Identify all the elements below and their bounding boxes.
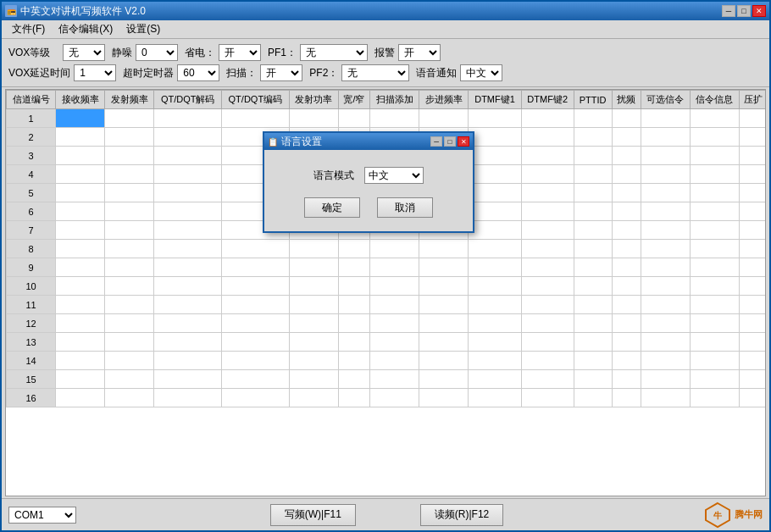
modal-language-label: 语言模式 <box>313 169 354 183</box>
data-cell <box>521 165 574 184</box>
data-cell <box>739 352 766 370</box>
data-cell <box>370 240 419 258</box>
modal-minimize-button[interactable]: ─ <box>430 136 442 147</box>
data-cell <box>739 147 766 165</box>
modal-cancel-button[interactable]: 取消 <box>377 197 433 218</box>
write-freq-button[interactable]: 写频(W)|F11 <box>270 504 356 526</box>
data-cell <box>105 277 154 296</box>
voice-notify-label: 语音通知 <box>416 66 457 80</box>
modal-language-select[interactable]: 中文 English <box>364 167 424 184</box>
data-cell <box>222 277 290 296</box>
data-cell <box>289 352 338 370</box>
col-header-dtmf1: DTMF键1 <box>469 91 521 109</box>
data-cell <box>56 333 105 352</box>
alarm-select[interactable]: 开关 <box>398 44 441 61</box>
modal-maximize-button[interactable]: □ <box>444 136 456 147</box>
data-cell <box>739 296 766 314</box>
channel-number-cell: 10 <box>7 277 56 296</box>
data-cell <box>612 128 641 147</box>
data-cell <box>469 352 521 370</box>
table-row[interactable]: 9 <box>7 258 767 277</box>
alarm-group: 报警 开关 <box>374 44 441 61</box>
table-row[interactable]: 10 <box>7 277 767 296</box>
table-row[interactable]: 12 <box>7 314 767 333</box>
pf2-group: PF2： 无监听扫描 <box>309 64 409 81</box>
col-header-tx-power: 发射功率 <box>289 91 338 109</box>
data-cell <box>338 258 369 277</box>
vox-delay-label: VOX延迟时间 <box>8 66 70 80</box>
table-row[interactable]: 15 <box>7 370 767 389</box>
table-row[interactable]: 8 <box>7 240 767 258</box>
modal-close-button[interactable]: ✕ <box>458 136 469 147</box>
maximize-button[interactable]: □ <box>737 5 751 17</box>
modal-ok-button[interactable]: 确定 <box>304 197 360 218</box>
channel-number-cell: 14 <box>7 352 56 370</box>
data-cell <box>154 128 222 147</box>
data-cell <box>154 370 222 389</box>
data-cell <box>612 258 641 277</box>
pf2-select[interactable]: 无监听扫描 <box>341 64 409 81</box>
squelch-select[interactable]: 012 <box>136 44 178 61</box>
window-title: 中英文对讲机写频软件 V2.0 <box>20 4 146 19</box>
data-cell <box>612 389 641 407</box>
logo-icon: 牛 <box>704 502 731 529</box>
data-cell <box>419 109 469 128</box>
data-cell <box>469 370 521 389</box>
data-cell <box>56 128 105 147</box>
bottom-bar: COM1COM2COM3 写频(W)|F11 读频(R)|F12 牛 腾牛网 <box>2 498 769 530</box>
data-cell <box>690 184 739 202</box>
data-cell <box>154 202 222 221</box>
modal-controls: ─ □ ✕ <box>430 136 469 147</box>
channel-number-cell: 9 <box>7 258 56 277</box>
data-cell <box>419 314 469 333</box>
data-cell <box>338 389 369 407</box>
close-button[interactable]: ✕ <box>752 5 766 17</box>
data-cell <box>222 370 290 389</box>
data-cell <box>222 333 290 352</box>
vox-select[interactable]: 无123 <box>63 44 105 61</box>
table-row[interactable]: 11 <box>7 296 767 314</box>
power-save-select[interactable]: 开关 <box>219 44 261 61</box>
data-cell <box>222 109 290 128</box>
data-cell <box>338 352 369 370</box>
vox-delay-select[interactable]: 123 <box>74 64 116 81</box>
svg-text:牛: 牛 <box>713 511 723 520</box>
pf2-label: PF2： <box>309 66 338 80</box>
data-cell <box>739 165 766 184</box>
channel-number-cell: 2 <box>7 128 56 147</box>
minimize-button[interactable]: ─ <box>722 5 735 17</box>
menu-signal[interactable]: 信令编辑(X) <box>52 21 119 38</box>
data-cell <box>105 184 154 202</box>
data-cell <box>521 333 574 352</box>
timeout-label: 超时定时器 <box>123 66 174 80</box>
read-freq-button[interactable]: 读频(R)|F12 <box>420 504 503 526</box>
data-cell <box>105 109 154 128</box>
table-row[interactable]: 16 <box>7 389 767 407</box>
com-port-select[interactable]: COM1COM2COM3 <box>8 507 76 524</box>
pf1-select[interactable]: 无监听扫描 <box>300 44 368 61</box>
voice-notify-select[interactable]: 中文英文关 <box>460 64 502 81</box>
data-cell <box>641 184 690 202</box>
data-cell <box>289 314 338 333</box>
title-bar-text: 📻 中英文对讲机写频软件 V2.0 <box>5 4 146 19</box>
channel-number-cell: 1 <box>7 109 56 128</box>
vox-label: VOX等级 <box>8 46 59 60</box>
data-cell <box>739 370 766 389</box>
data-cell <box>154 296 222 314</box>
data-cell <box>641 147 690 165</box>
timeout-select[interactable]: 306090 <box>177 64 219 81</box>
menu-file[interactable]: 文件(F) <box>5 21 52 38</box>
data-cell <box>521 370 574 389</box>
table-row[interactable]: 13 <box>7 333 767 352</box>
data-cell <box>641 258 690 277</box>
power-save-group: 省电： 开关 <box>185 44 261 61</box>
data-cell <box>574 128 612 147</box>
data-cell <box>56 296 105 314</box>
data-cell <box>338 314 369 333</box>
col-header-rx-freq: 接收频率 <box>56 91 105 109</box>
scan-select[interactable]: 开关 <box>260 64 302 81</box>
menu-settings[interactable]: 设置(S) <box>119 21 167 38</box>
table-row[interactable]: 14 <box>7 352 767 370</box>
table-row[interactable]: 1 <box>7 109 767 128</box>
data-cell <box>154 147 222 165</box>
